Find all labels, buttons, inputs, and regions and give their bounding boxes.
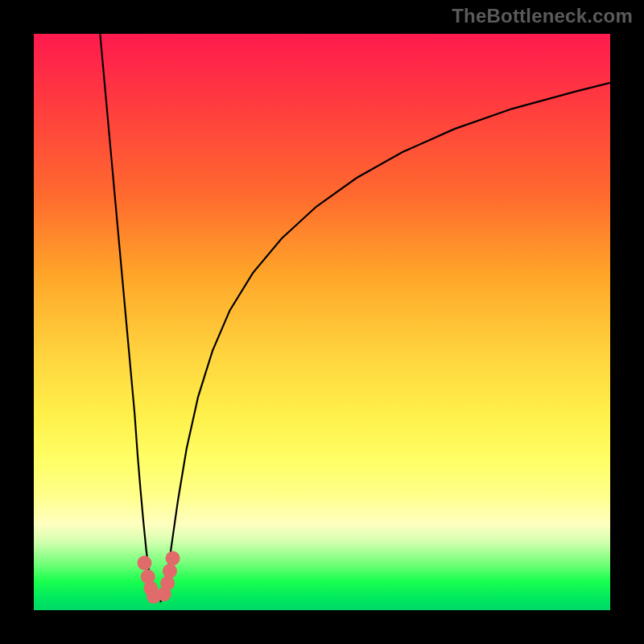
bottleneck-curve (34, 34, 610, 610)
data-marker (137, 555, 151, 570)
watermark-text: TheBottleneck.com (452, 5, 633, 27)
curve-left-branch (100, 34, 155, 601)
data-markers (137, 551, 180, 604)
data-marker (166, 551, 180, 566)
data-marker (163, 564, 177, 578)
chart-frame: TheBottleneck.com (0, 0, 644, 644)
plot-area (34, 34, 610, 610)
data-marker (160, 576, 175, 590)
curve-right-branch (161, 83, 610, 601)
